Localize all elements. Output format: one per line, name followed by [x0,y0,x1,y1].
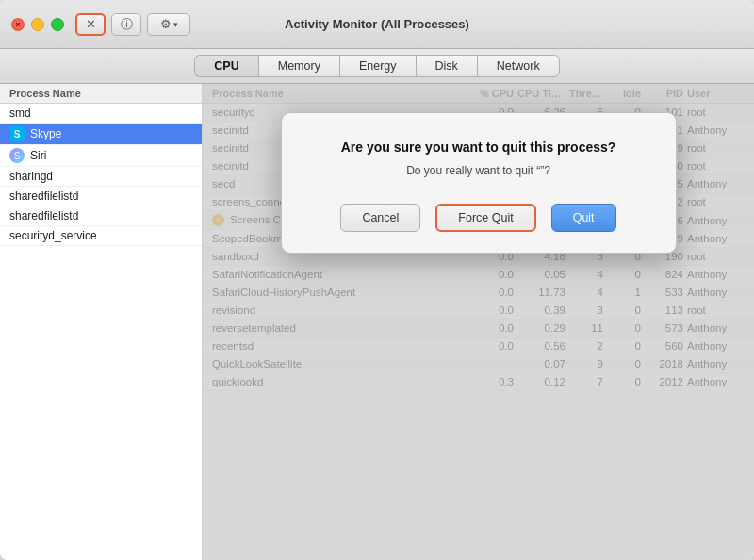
force-quit-button[interactable]: Force Quit [435,204,535,232]
info-icon: ⓘ [121,16,133,33]
zoom-button[interactable] [51,18,64,31]
process-label: sharingd [9,170,53,183]
settings-button[interactable]: ⚙ ▾ [147,13,190,36]
tab-memory[interactable]: Memory [258,55,339,77]
tab-disk[interactable]: Disk [416,55,477,77]
modal-overlay: Are you sure you want to quit this proce… [203,84,754,560]
sidebar: Process Name smd S Skype S Siri sharingd… [0,84,203,560]
main-content: Process Name smd S Skype S Siri sharingd… [0,84,754,560]
activity-monitor-window: × ✕ ⓘ ⚙ ▾ Activity Monitor (All Processe… [0,0,754,560]
sidebar-item-siri[interactable]: S Siri [0,145,202,167]
tabbar: CPU Memory Energy Disk Network [0,49,754,84]
skype-icon: S [9,126,25,141]
sidebar-header: Process Name [0,84,202,104]
process-label: Skype [30,127,61,140]
process-label: sharedfilelistd [9,209,78,222]
tab-cpu[interactable]: CPU [194,55,257,77]
inspect-button[interactable]: ⓘ [111,13,141,36]
right-panel: Process Name % CPU CPU Time Threads Idle… [203,84,754,560]
modal-buttons: Cancel Force Quit Quit [312,204,646,232]
process-label: smd [9,107,31,120]
sidebar-item-sharedfilelistd-2[interactable]: sharedfilelistd [0,206,202,226]
process-label: Siri [30,149,46,162]
sidebar-item-sharingd[interactable]: sharingd [0,167,202,187]
window-title: Activity Monitor (All Processes) [285,17,469,31]
quit-confirmation-modal: Are you sure you want to quit this proce… [281,112,677,254]
stop-process-button[interactable]: ✕ [75,13,106,36]
minimize-button[interactable] [31,18,44,31]
traffic-lights: × [11,18,64,31]
process-label: sharedfilelistd [9,189,78,203]
sidebar-item-smd[interactable]: smd [0,104,202,124]
dropdown-icon: ▾ [173,20,178,29]
siri-icon: S [9,148,25,163]
cancel-button[interactable]: Cancel [340,204,420,232]
quit-button[interactable]: Quit [551,204,616,232]
tab-energy[interactable]: Energy [339,55,416,77]
sidebar-item-skype[interactable]: S Skype [0,124,202,145]
close-button[interactable]: × [11,18,25,31]
modal-title: Are you sure you want to quit this proce… [312,140,646,155]
gear-icon: ⚙ [160,17,172,31]
stop-icon: ✕ [86,17,96,31]
sidebar-item-securityd-service[interactable]: securityd_service [0,226,202,246]
modal-subtitle: Do you really want to quit “”? [312,164,646,177]
close-icon: × [15,20,20,29]
process-label: securityd_service [9,229,97,242]
sidebar-item-sharedfilelistd-1[interactable]: sharedfilelistd [0,187,202,206]
toolbar-buttons: ✕ ⓘ ⚙ ▾ [75,13,190,36]
tab-network[interactable]: Network [477,55,560,77]
titlebar: × ✕ ⓘ ⚙ ▾ Activity Monitor (All Processe… [0,0,754,49]
